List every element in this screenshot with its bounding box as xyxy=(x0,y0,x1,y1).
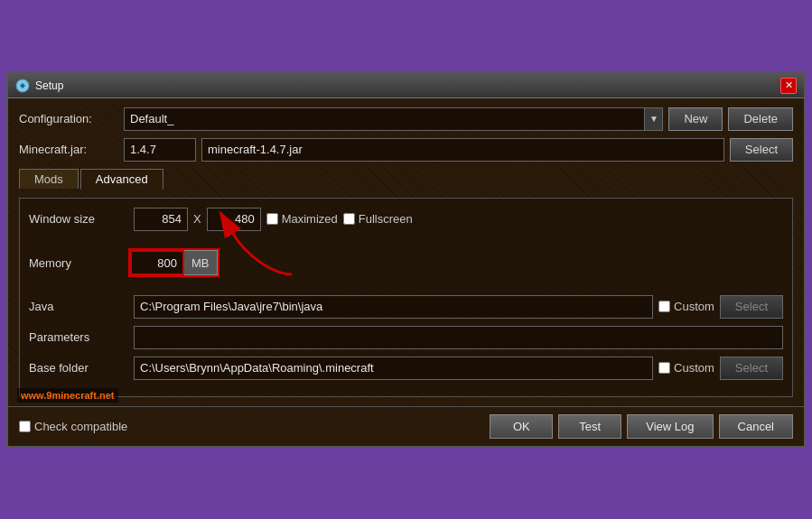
test-button[interactable]: Test xyxy=(558,414,621,439)
setup-icon xyxy=(15,79,30,93)
jar-filename-input[interactable] xyxy=(201,138,724,162)
x-separator: X xyxy=(193,212,201,226)
bottom-buttons: OK Test View Log Cancel xyxy=(490,414,793,439)
base-folder-select-button[interactable]: Select xyxy=(720,357,783,380)
tabs: Mods Advanced xyxy=(19,169,793,189)
title-text: Setup xyxy=(35,79,63,92)
bottom-bar: Check compatible OK Test View Log Cancel xyxy=(8,406,804,446)
minecraft-jar-label: Minecraft.jar: xyxy=(19,143,118,156)
memory-input[interactable] xyxy=(130,250,184,275)
fullscreen-label[interactable]: Fullscreen xyxy=(343,212,413,226)
base-folder-custom-label[interactable]: Custom xyxy=(658,361,714,375)
title-bar-left: Setup xyxy=(15,79,63,93)
parameters-label: Parameters xyxy=(29,330,128,344)
memory-input-group: MB xyxy=(128,248,219,277)
base-folder-custom-checkbox[interactable] xyxy=(658,362,670,374)
watermark: www.9minecraft.net xyxy=(17,388,118,403)
ok-button[interactable]: OK xyxy=(490,414,553,439)
parameters-row: Parameters xyxy=(29,326,783,349)
jar-version-input[interactable] xyxy=(124,138,196,162)
configuration-label: Configuration: xyxy=(19,112,118,125)
java-custom-label[interactable]: Custom xyxy=(658,300,714,313)
check-compatible-label[interactable]: Check compatible xyxy=(19,420,127,433)
configuration-dropdown-arrow[interactable]: ▼ xyxy=(644,108,662,130)
view-log-button[interactable]: View Log xyxy=(627,414,713,439)
java-path-input[interactable] xyxy=(134,295,653,319)
window-size-row: Window size X Maximized Fullscreen xyxy=(29,208,783,231)
watermark-text: www.9minecraft.net xyxy=(21,390,115,401)
maximized-label[interactable]: Maximized xyxy=(266,212,338,226)
fullscreen-checkbox[interactable] xyxy=(343,213,355,225)
java-label: Java xyxy=(29,300,128,313)
check-compatible-checkbox[interactable] xyxy=(19,421,31,432)
bottom-left-options: Check compatible xyxy=(19,420,127,433)
base-folder-label: Base folder xyxy=(29,361,128,375)
tab-content-advanced: Window size X Maximized Fullscreen Memor… xyxy=(19,198,793,397)
delete-button[interactable]: Delete xyxy=(728,107,793,131)
tab-mods[interactable]: Mods xyxy=(19,169,79,189)
java-custom-checkbox[interactable] xyxy=(658,301,670,312)
red-arrow-annotation xyxy=(229,229,310,279)
base-folder-row: Base folder Custom Select xyxy=(29,357,783,380)
configuration-row: Configuration: ▼ New Delete xyxy=(19,107,793,131)
java-select-button[interactable]: Select xyxy=(720,295,783,319)
close-button[interactable]: ✕ xyxy=(780,78,797,94)
configuration-input-wrap: ▼ xyxy=(124,107,663,131)
java-row: Java Custom Select xyxy=(29,295,783,319)
parameters-input[interactable] xyxy=(134,326,783,349)
memory-row: Memory MB xyxy=(29,238,783,288)
setup-window: Setup ✕ Configuration: ▼ New Delete Mine… xyxy=(6,72,806,448)
cancel-button[interactable]: Cancel xyxy=(719,414,793,439)
main-content: Configuration: ▼ New Delete Minecraft.ja… xyxy=(8,98,804,406)
base-folder-input[interactable] xyxy=(134,357,653,380)
window-size-label: Window size xyxy=(29,212,128,226)
configuration-input[interactable] xyxy=(125,108,644,130)
tab-advanced[interactable]: Advanced xyxy=(80,169,163,190)
maximized-checkbox[interactable] xyxy=(266,213,278,225)
mb-unit-label: MB xyxy=(184,250,218,275)
memory-label: Memory xyxy=(29,256,128,270)
jar-select-button[interactable]: Select xyxy=(730,138,793,162)
height-input[interactable] xyxy=(207,208,261,231)
new-button[interactable]: New xyxy=(668,107,723,131)
title-bar: Setup ✕ xyxy=(8,74,804,98)
width-input[interactable] xyxy=(134,208,188,231)
minecraft-jar-row: Minecraft.jar: Select xyxy=(19,138,793,162)
